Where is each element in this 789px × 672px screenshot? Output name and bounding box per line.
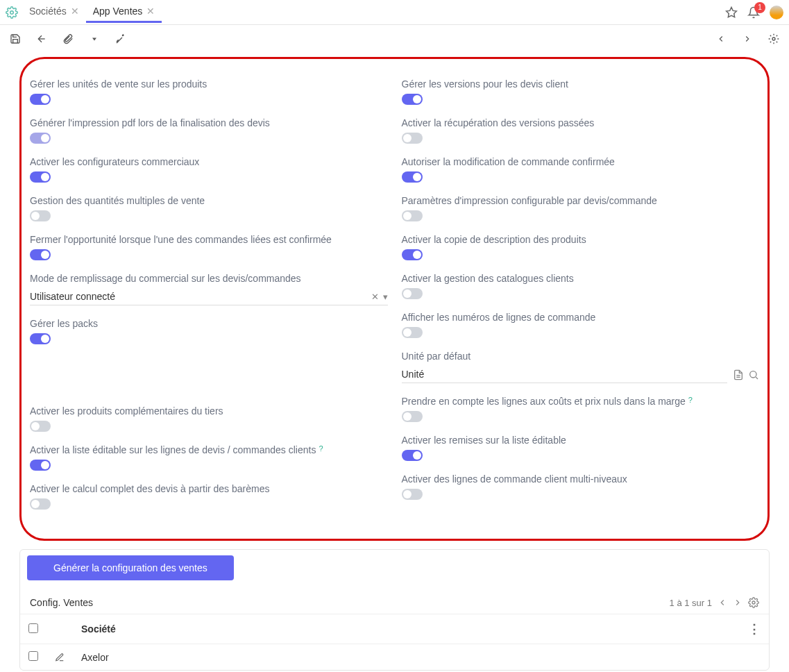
star-icon[interactable]: [725, 6, 738, 19]
close-icon[interactable]: ✕: [146, 6, 155, 17]
toggle[interactable]: [402, 288, 423, 299]
toggle-field: Gérer les unités de vente sur les produi…: [30, 78, 388, 105]
field-label: Activer les configurateurs commerciaux: [30, 156, 388, 167]
toggle[interactable]: [30, 171, 51, 183]
generate-config-button[interactable]: Générer la configuration des ventes: [27, 555, 234, 580]
edit-icon[interactable]: [55, 653, 65, 662]
chevron-right-icon[interactable]: [739, 31, 756, 47]
chevron-left-icon[interactable]: [713, 31, 729, 47]
select-all-checkbox[interactable]: [28, 623, 38, 633]
settings-left-col: Gérer les unités de vente sur les produi…: [30, 78, 388, 522]
avatar[interactable]: [770, 6, 783, 19]
svg-point-7: [750, 371, 756, 377]
toggle-field: Activer des lignes de commande client mu…: [402, 473, 760, 500]
toggle-field: Paramètres d'impression configurable par…: [402, 195, 760, 221]
field-label: Activer la liste éditable sur les lignes…: [30, 444, 388, 455]
save-icon[interactable]: [7, 31, 24, 47]
row-checkbox[interactable]: [28, 651, 38, 661]
settings-right-col: Gérer les versions pour les devis client…: [402, 78, 760, 522]
section-title: Config. Ventes: [30, 597, 670, 608]
gear-icon[interactable]: [748, 597, 759, 608]
tab-app-ventes[interactable]: App Ventes ✕: [86, 1, 162, 23]
toggle[interactable]: [402, 249, 423, 260]
svg-point-9: [752, 601, 755, 604]
svg-point-0: [10, 10, 14, 14]
bell-icon[interactable]: 1: [747, 6, 760, 19]
field-label: Paramètres d'impression configurable par…: [402, 195, 760, 206]
toolbar: [0, 25, 789, 53]
toggle[interactable]: [402, 210, 423, 221]
select-value: Utilisateur connecté: [30, 291, 371, 302]
field-label: Gérer les packs: [30, 318, 388, 329]
toggle-field: Activer la copie de description des prod…: [402, 234, 760, 260]
toggle-field: Prendre en compte les lignes aux coûts e…: [402, 396, 760, 422]
toggle[interactable]: [402, 411, 423, 422]
more-icon[interactable]: ⋮: [748, 622, 761, 636]
toggle[interactable]: [30, 498, 51, 510]
document-icon[interactable]: [733, 369, 744, 380]
toggle-field: Activer le calcul complet des devis à pa…: [30, 483, 388, 510]
chevron-right-icon[interactable]: [733, 598, 743, 607]
toggle[interactable]: [30, 133, 51, 144]
tab-label: App Ventes: [93, 6, 143, 17]
hint-icon[interactable]: ?: [319, 444, 323, 453]
hint-icon[interactable]: ?: [688, 396, 693, 404]
mode-select[interactable]: Utilisateur connecté ✕ ▾: [30, 288, 388, 305]
config-card: Générer la configuration des ventes Conf…: [19, 549, 770, 671]
col-company[interactable]: Société: [73, 614, 740, 644]
toggle[interactable]: [30, 94, 51, 105]
field-label: Activer la gestion des catalogues client…: [402, 273, 760, 284]
toggle[interactable]: [30, 333, 51, 344]
toggle[interactable]: [30, 249, 51, 260]
chevron-down-icon[interactable]: ▾: [383, 292, 388, 302]
clear-icon[interactable]: ✕: [371, 292, 379, 302]
tab-societes[interactable]: Sociétés ✕: [22, 1, 86, 23]
field-label: Activer le calcul complet des devis à pa…: [30, 483, 388, 494]
toggle[interactable]: [30, 210, 51, 221]
toggle-field: Activer la liste éditable sur les lignes…: [30, 444, 388, 471]
sales-settings-panel: Gérer les unités de vente sur les produi…: [19, 57, 770, 541]
field-label: Gérer les versions pour les devis client: [402, 78, 760, 90]
field-label: Gestion des quantités multiples de vente: [30, 195, 388, 206]
field-label: Activer des lignes de commande client mu…: [402, 473, 760, 485]
field-label: Unité par défaut: [402, 351, 760, 362]
tab-bar: Sociétés ✕ App Ventes ✕ 1: [0, 0, 789, 25]
toggle[interactable]: [402, 94, 423, 105]
toggle[interactable]: [402, 489, 423, 500]
toggle[interactable]: [402, 133, 423, 144]
settings-icon[interactable]: [765, 31, 782, 47]
toggle[interactable]: [30, 421, 51, 432]
gear-icon[interactable]: [6, 6, 18, 19]
section-header: Config. Ventes 1 à 1 sur 1: [20, 591, 769, 614]
chevron-down-icon[interactable]: [86, 31, 103, 47]
toggle-field: Fermer l'opportunité lorsque l'une des c…: [30, 234, 388, 260]
close-icon[interactable]: ✕: [71, 6, 79, 17]
unit-field: Unité par défaut Unité: [402, 351, 760, 383]
field-label: Fermer l'opportunité lorsque l'une des c…: [30, 234, 388, 245]
search-icon[interactable]: [748, 369, 759, 380]
unit-value[interactable]: Unité: [402, 366, 728, 383]
toggle[interactable]: [30, 460, 51, 471]
field-label: Activer la copie de description des prod…: [402, 234, 760, 245]
toggle-field: Activer la gestion des catalogues client…: [402, 273, 760, 299]
toggle[interactable]: [402, 450, 423, 461]
toggle-field: Activer les configurateurs commerciaux: [30, 156, 388, 183]
pager: 1 à 1 sur 1: [670, 597, 759, 608]
table-row[interactable]: Axelor: [20, 644, 769, 671]
toggle[interactable]: [402, 171, 423, 183]
field-label: Activer les remises sur la liste éditabl…: [402, 435, 760, 446]
back-arrow-icon[interactable]: [33, 31, 50, 47]
toggle[interactable]: [402, 327, 423, 338]
mode-select-field: Mode de remplissage du commercial sur le…: [30, 273, 388, 305]
field-label: Gérer les unités de vente sur les produi…: [30, 78, 388, 90]
chevron-left-icon[interactable]: [718, 598, 727, 607]
field-label: Mode de remplissage du commercial sur le…: [30, 273, 388, 284]
toggle-field: Activer la récupération des versions pas…: [402, 117, 760, 144]
magic-wand-icon[interactable]: [112, 31, 129, 47]
field-label: Afficher les numéros de lignes de comman…: [402, 312, 760, 323]
field-label: Générer l'impression pdf lors de la fina…: [30, 117, 388, 128]
notification-badge: 1: [754, 2, 765, 13]
attachment-icon[interactable]: [60, 31, 76, 47]
svg-point-4: [772, 37, 775, 40]
svg-marker-1: [727, 7, 737, 17]
